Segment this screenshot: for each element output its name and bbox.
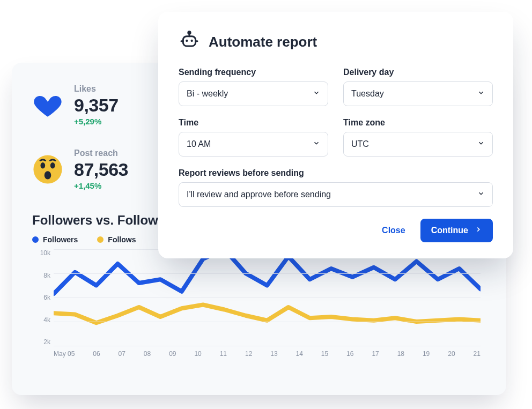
legend-follows: Follows xyxy=(97,235,136,244)
time-select[interactable]: 10 AM xyxy=(179,132,328,157)
close-button[interactable]: Close xyxy=(382,226,405,235)
tz-select[interactable]: UTC xyxy=(343,132,493,157)
field-tz: Time zone UTC xyxy=(343,118,493,157)
review-label: Report reviews before sending xyxy=(179,168,493,178)
modal-footer: Close Continue xyxy=(179,219,493,242)
review-value: I'll review and approve before sending xyxy=(187,190,331,199)
svg-point-8 xyxy=(191,40,193,42)
chart-plot xyxy=(54,249,481,346)
time-value: 10 AM xyxy=(187,139,211,149)
field-frequency: Sending frequency Bi - weekly xyxy=(179,68,328,106)
svg-point-0 xyxy=(33,155,62,183)
field-time: Time 10 AM xyxy=(179,118,328,157)
field-day: Delivery day Tuesday xyxy=(343,68,493,106)
field-review: Report reviews before sending I'll revie… xyxy=(179,168,493,207)
x-axis-labels: May 0506070809101112131415161718192021 xyxy=(54,350,481,362)
stat-likes-label: Likes xyxy=(74,84,119,94)
heart-icon xyxy=(32,90,63,121)
y-axis-labels: 10k8k6k4k2k xyxy=(32,249,50,346)
review-select[interactable]: I'll review and approve before sending xyxy=(179,182,493,207)
chevron-down-icon xyxy=(477,190,485,199)
svg-point-7 xyxy=(186,40,188,42)
svg-rect-6 xyxy=(183,36,195,46)
form-grid: Sending frequency Bi - weekly Delivery d… xyxy=(179,68,493,207)
stat-likes-value: 9,357 xyxy=(74,95,119,116)
legend-dot-follows xyxy=(97,236,104,243)
time-label: Time xyxy=(179,118,328,128)
svg-point-1 xyxy=(40,162,45,169)
automate-report-modal: Automate report Sending frequency Bi - w… xyxy=(158,12,513,258)
legend-followers-label: Followers xyxy=(43,235,78,244)
stat-post-reach-value: 87,563 xyxy=(74,159,128,180)
chevron-down-icon xyxy=(477,89,485,99)
tz-value: UTC xyxy=(351,139,369,149)
frequency-value: Bi - weekly xyxy=(187,89,228,99)
chevron-down-icon xyxy=(477,139,485,149)
day-label: Delivery day xyxy=(343,68,493,77)
tz-label: Time zone xyxy=(343,118,493,128)
legend-followers: Followers xyxy=(32,235,78,244)
legend-follows-label: Follows xyxy=(108,235,136,244)
stat-post-reach-text: Post reach 87,563 +1,45% xyxy=(74,148,128,190)
day-value: Tuesday xyxy=(351,89,384,99)
stat-likes-text: Likes 9,357 +5,29% xyxy=(74,84,119,126)
svg-point-2 xyxy=(50,162,55,169)
chevron-down-icon xyxy=(313,89,320,99)
modal-title: Automate report xyxy=(209,34,317,50)
chevron-right-icon xyxy=(475,226,482,235)
robot-icon xyxy=(179,30,200,54)
legend-dot-followers xyxy=(32,236,39,243)
frequency-label: Sending frequency xyxy=(179,68,328,77)
stat-post-reach-delta: +1,45% xyxy=(74,181,128,190)
chart-area: 10k8k6k4k2k May 050607080910111213141516… xyxy=(32,249,486,362)
frequency-select[interactable]: Bi - weekly xyxy=(179,81,328,106)
continue-button[interactable]: Continue xyxy=(420,219,493,242)
wow-emoji-icon xyxy=(32,154,63,185)
chevron-down-icon xyxy=(313,139,320,149)
svg-point-3 xyxy=(45,171,51,179)
day-select[interactable]: Tuesday xyxy=(343,81,493,106)
stat-post-reach-label: Post reach xyxy=(74,148,128,158)
stat-likes-delta: +5,29% xyxy=(74,117,119,126)
modal-header: Automate report xyxy=(179,30,493,54)
continue-button-label: Continue xyxy=(431,226,468,235)
